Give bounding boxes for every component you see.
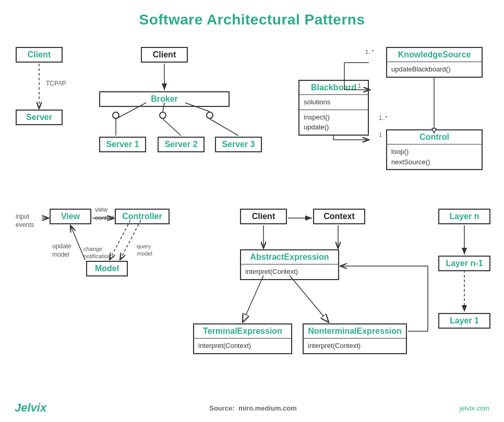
footer-source-label: Source: <box>209 404 234 412</box>
context-title: Context <box>314 210 364 223</box>
terminal-expr-box: TerminalExpression interpret(Context) <box>193 323 292 354</box>
update-model-label: update model <box>52 243 71 259</box>
svg-line-27 <box>290 275 329 322</box>
model-title: Model <box>87 262 127 275</box>
control-box: Control loop() nextSource() <box>386 129 483 170</box>
view-box: View <box>50 209 91 224</box>
nonterminal-expr-title: NonterminalExpression <box>304 324 406 338</box>
view-title: View <box>51 210 90 223</box>
layer-1-box: Layer 1 <box>438 313 490 329</box>
controller-box: Controller <box>115 209 170 224</box>
controller-title: Controller <box>116 210 169 223</box>
abstract-expr-box: AbstractExpression interpret(Context) <box>240 249 339 280</box>
blackboard-section1: solutions <box>299 94 368 110</box>
tcpip-label: TCP/IP <box>46 80 66 87</box>
nonterminal-expr-section1: interpret(Context) <box>304 338 406 353</box>
blackboard-section2: inspect() update() <box>299 110 368 135</box>
server-topleft-title: Server <box>17 111 62 124</box>
context-box: Context <box>313 209 365 224</box>
knowledge-source-section1: updateBlackboard() <box>387 62 482 77</box>
mult-1star-ctrl: 1..* <box>379 115 388 121</box>
server2-title: Server 2 <box>159 138 203 151</box>
mult-1star-top: 1..* <box>365 49 374 55</box>
svg-line-6 <box>210 119 238 136</box>
layer-n1-title: Layer n-1 <box>439 257 489 270</box>
page-title: Software Architectural Patterns <box>0 0 504 28</box>
abstract-expr-title: AbstractExpression <box>241 250 338 264</box>
lollipop-2 <box>159 112 166 119</box>
broker-box: Broker <box>99 91 230 107</box>
abstract-expr-section1: interpret(Context) <box>241 264 338 279</box>
svg-line-5 <box>163 119 181 136</box>
layer-n1-box: Layer n-1 <box>438 256 490 271</box>
footer-brand: Jelvix <box>15 401 46 415</box>
nonterminal-expr-box: NonterminalExpression interpret(Context) <box>303 323 407 354</box>
lollipop-3 <box>206 112 213 119</box>
server3-title: Server 3 <box>216 138 261 151</box>
control-title: Control <box>387 130 482 144</box>
footer-source: Source: miro.medium.com <box>209 404 297 412</box>
client-topleft-box: Client <box>16 47 63 63</box>
client-interp-box: Client <box>240 209 287 224</box>
input-events-label: input events <box>16 213 34 229</box>
knowledge-source-title: KnowledgeSource <box>387 48 482 62</box>
footer-url: jelvix.com <box>460 404 489 412</box>
svg-line-26 <box>243 275 263 322</box>
client-broker-box: Client <box>141 47 188 63</box>
svg-line-22 <box>70 225 85 260</box>
view-control-label: view control <box>95 206 114 222</box>
client-broker-title: Client <box>142 48 187 62</box>
change-notif-label: change notification <box>83 245 111 260</box>
broker-title: Broker <box>100 92 229 106</box>
layer-1-title: Layer 1 <box>439 314 489 328</box>
layer-n-box: Layer n <box>438 209 490 224</box>
client-interp-title: Client <box>241 210 286 223</box>
server-topleft-box: Server <box>16 110 63 125</box>
footer-source-url: miro.medium.com <box>238 404 297 412</box>
layer-n-title: Layer n <box>439 210 489 223</box>
terminal-expr-section1: interpret(Context) <box>194 338 291 353</box>
lollipop-1 <box>112 112 119 119</box>
terminal-expr-title: TerminalExpression <box>194 324 291 338</box>
svg-line-20 <box>110 220 130 260</box>
server1-title: Server 1 <box>100 138 145 151</box>
query-model-label: query model <box>137 243 152 258</box>
footer: Jelvix Source: miro.medium.com jelvix.co… <box>0 401 504 415</box>
client-topleft-title: Client <box>17 48 62 62</box>
server1-box: Server 1 <box>99 137 146 152</box>
server2-box: Server 2 <box>158 137 205 152</box>
control-section1: loop() nextSource() <box>387 144 482 169</box>
mult-1-ctrl: 1 <box>379 131 382 138</box>
mult-1-bb: 1 <box>358 82 361 89</box>
knowledge-source-box: KnowledgeSource updateBlackboard() <box>386 47 483 78</box>
server3-box: Server 3 <box>215 137 262 152</box>
model-box: Model <box>86 261 128 276</box>
